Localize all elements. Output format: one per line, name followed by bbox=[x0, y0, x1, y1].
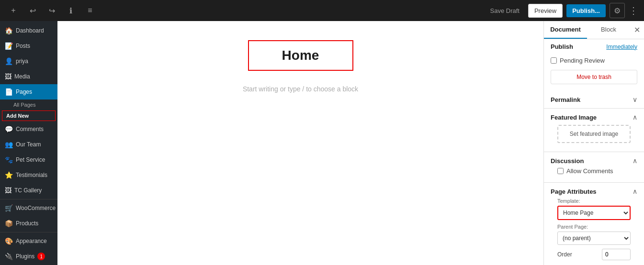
sidebar-item-woocommerce[interactable]: 🛒 WooCommerce bbox=[0, 200, 57, 216]
sidebar-item-label: Dashboard bbox=[16, 27, 44, 34]
testimonials-icon: ⭐ bbox=[5, 171, 13, 179]
sidebar-item-dashboard[interactable]: 🏠 Dashboard bbox=[0, 23, 57, 38]
sidebar-item-label: Plugins bbox=[16, 253, 34, 260]
featured-image-section: Featured Image ∧ Set featured image bbox=[544, 109, 644, 152]
template-label: Template: bbox=[551, 195, 637, 205]
sidebar-item-plugins[interactable]: 🔌 Plugins 1 bbox=[0, 249, 57, 264]
allow-comments-row: Allow Comments bbox=[551, 165, 637, 177]
sidebar: 🏠 Dashboard 📝 Posts 👤 priya 🖼 Media 📄 Pa… bbox=[0, 21, 57, 265]
settings-button[interactable]: ⚙ bbox=[610, 3, 625, 18]
sidebar-item-tc-gallery[interactable]: 🖼 TC Gallery bbox=[0, 183, 57, 198]
products-icon: 📦 bbox=[5, 220, 13, 227]
comments-icon: 💬 bbox=[5, 125, 13, 133]
pending-review-label: Pending Review bbox=[560, 57, 605, 64]
preview-button[interactable]: Preview bbox=[528, 4, 563, 18]
top-toolbar: + ↩ ↪ ℹ ≡ Save Draft Preview Publish... … bbox=[0, 0, 644, 21]
undo-icon: ↩ bbox=[30, 6, 36, 15]
sidebar-item-appearance[interactable]: 🎨 Appearance bbox=[0, 233, 57, 249]
order-input[interactable] bbox=[602, 249, 631, 260]
woocommerce-icon: 🛒 bbox=[5, 204, 13, 212]
pet-service-icon: 🐾 bbox=[5, 156, 13, 164]
more-options-button[interactable]: ⋮ bbox=[629, 5, 638, 16]
permalink-section: Permalink ∨ bbox=[544, 91, 644, 109]
sidebar-item-posts[interactable]: 📝 Posts bbox=[0, 38, 57, 54]
discussion-section: Discussion ∧ Allow Comments bbox=[544, 152, 644, 183]
settings-icon: ⚙ bbox=[614, 6, 621, 15]
permalink-chevron-icon: ∨ bbox=[633, 96, 637, 103]
tab-document[interactable]: Document bbox=[544, 21, 587, 39]
publish-section: Publish Immediately bbox=[544, 39, 644, 54]
right-panel: Document Block ✕ Publish Immediately Pen… bbox=[543, 21, 644, 265]
sidebar-item-label: Appearance bbox=[16, 238, 47, 244]
redo-icon: ↪ bbox=[49, 6, 55, 15]
allow-comments-checkbox[interactable] bbox=[557, 168, 564, 174]
permalink-header[interactable]: Permalink ∨ bbox=[551, 96, 637, 103]
sidebar-subitem-add-new[interactable]: Add New bbox=[2, 110, 56, 121]
discussion-chevron-icon: ∧ bbox=[633, 157, 637, 165]
permalink-title: Permalink bbox=[551, 96, 580, 103]
featured-image-header[interactable]: Featured Image ∧ bbox=[551, 113, 637, 121]
editor-area[interactable]: Home Start writing or type / to choose a… bbox=[57, 21, 543, 265]
plugins-icon: 🔌 bbox=[5, 253, 13, 260]
info-icon: ℹ bbox=[69, 6, 72, 15]
editor-placeholder[interactable]: Start writing or type / to choose a bloc… bbox=[243, 85, 358, 93]
posts-icon: 📝 bbox=[5, 42, 13, 50]
sidebar-item-label: Testimonials bbox=[16, 172, 47, 178]
page-attributes-chevron-icon: ∧ bbox=[633, 188, 637, 195]
template-select[interactable]: Home Page bbox=[557, 206, 631, 220]
set-featured-image-button[interactable]: Set featured image bbox=[557, 125, 631, 143]
sidebar-item-label: TC Gallery bbox=[14, 187, 42, 194]
sidebar-item-comments[interactable]: 💬 Comments bbox=[0, 121, 57, 137]
page-title-block[interactable]: Home bbox=[248, 40, 353, 71]
publish-value[interactable]: Immediately bbox=[606, 44, 637, 50]
info-button[interactable]: ℹ bbox=[63, 3, 79, 18]
page-attributes-section: Page Attributes ∧ Template: Home Page Pa… bbox=[544, 183, 644, 265]
main-layout: 🏠 Dashboard 📝 Posts 👤 priya 🖼 Media 📄 Pa… bbox=[0, 21, 644, 265]
sidebar-item-testimonials[interactable]: ⭐ Testimonials bbox=[0, 167, 57, 183]
list-view-button[interactable]: ≡ bbox=[82, 3, 98, 18]
sidebar-item-label: Comments bbox=[16, 126, 44, 132]
sidebar-item-products[interactable]: 📦 Products bbox=[0, 216, 57, 231]
publish-button[interactable]: Publish... bbox=[566, 4, 606, 17]
plugins-badge: 1 bbox=[37, 253, 45, 260]
sidebar-item-label: WooCommerce bbox=[16, 205, 56, 211]
save-draft-button[interactable]: Save Draft bbox=[486, 4, 524, 17]
sidebar-divider2 bbox=[0, 232, 57, 232]
panel-tabs: Document Block ✕ bbox=[544, 21, 644, 39]
redo-button[interactable]: ↪ bbox=[44, 3, 59, 18]
allow-comments-label: Allow Comments bbox=[566, 167, 613, 175]
sidebar-item-label: Our Team bbox=[16, 141, 41, 148]
dashboard-icon: 🏠 bbox=[5, 27, 13, 34]
discussion-header[interactable]: Discussion ∧ bbox=[551, 157, 637, 165]
sidebar-item-our-team[interactable]: 👥 Our Team bbox=[0, 137, 57, 152]
media-icon: 🖼 bbox=[5, 73, 11, 80]
parent-page-select[interactable]: (no parent) bbox=[557, 232, 631, 245]
panel-close-button[interactable]: ✕ bbox=[630, 22, 644, 38]
sidebar-item-pet-service[interactable]: 🐾 Pet Service bbox=[0, 152, 57, 167]
parent-page-label: Parent Page: bbox=[551, 221, 637, 231]
move-to-trash-button[interactable]: Move to trash bbox=[551, 70, 637, 84]
add-icon: + bbox=[11, 6, 15, 15]
tc-gallery-icon: 🖼 bbox=[5, 187, 11, 194]
tab-block[interactable]: Block bbox=[587, 21, 630, 39]
undo-button[interactable]: ↩ bbox=[25, 3, 40, 18]
order-label: Order bbox=[557, 251, 572, 258]
page-title[interactable]: Home bbox=[282, 48, 319, 63]
sidebar-item-priya[interactable]: 👤 priya bbox=[0, 54, 57, 69]
pending-review-row: Pending Review bbox=[544, 54, 644, 67]
pages-icon: 📄 bbox=[5, 88, 13, 96]
sidebar-item-media[interactable]: 🖼 Media bbox=[0, 69, 57, 84]
priya-icon: 👤 bbox=[5, 57, 13, 65]
more-icon: ⋮ bbox=[629, 5, 638, 16]
our-team-icon: 👥 bbox=[5, 141, 13, 148]
toolbar-right: Save Draft Preview Publish... ⚙ ⋮ bbox=[486, 3, 638, 18]
pending-review-checkbox[interactable] bbox=[551, 57, 557, 64]
sidebar-subitem-all-pages[interactable]: All Pages bbox=[0, 99, 57, 110]
sidebar-item-label: Pages bbox=[16, 88, 32, 95]
page-attributes-header[interactable]: Page Attributes ∧ bbox=[551, 188, 637, 195]
featured-image-chevron-icon: ∧ bbox=[633, 113, 637, 121]
add-block-button[interactable]: + bbox=[6, 3, 21, 18]
list-icon: ≡ bbox=[88, 6, 92, 15]
publish-label: Publish bbox=[551, 43, 573, 50]
sidebar-item-pages[interactable]: 📄 Pages bbox=[0, 84, 57, 99]
